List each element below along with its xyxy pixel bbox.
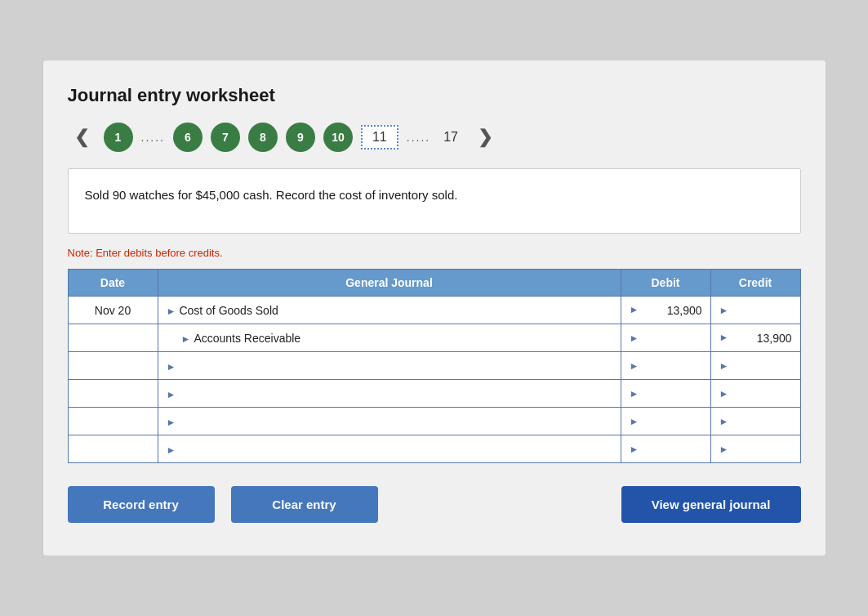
buttons-row: Record entry Clear entry View general jo… <box>68 486 801 523</box>
nav-plain-number[interactable]: 17 <box>438 128 463 146</box>
prev-arrow-button[interactable]: ❮ <box>68 123 96 151</box>
cell-credit[interactable]: ► <box>710 380 800 408</box>
nav-active-number[interactable]: 11 <box>361 125 398 150</box>
table-row[interactable]: ►►► <box>68 380 800 408</box>
cell-journal[interactable]: ► <box>158 408 621 435</box>
view-journal-button[interactable]: View general journal <box>621 486 801 523</box>
cell-debit[interactable]: ► <box>621 352 710 380</box>
table-row[interactable]: Nov 20►Cost of Goods Sold►13,900► <box>68 297 800 324</box>
worksheet-container: Journal entry worksheet ❮ 1 ..... 6 7 8 … <box>42 60 826 556</box>
cell-date[interactable]: Nov 20 <box>68 297 158 324</box>
record-entry-button[interactable]: Record entry <box>68 486 215 523</box>
cell-debit[interactable]: ► <box>621 324 710 352</box>
nav-circle-7[interactable]: 7 <box>211 123 240 152</box>
cell-date[interactable] <box>68 352 158 380</box>
table-header-row: Date General Journal Debit Credit <box>68 270 800 297</box>
page-title: Journal entry worksheet <box>68 85 801 106</box>
cell-journal[interactable]: ► <box>158 352 621 380</box>
nav-circle-8[interactable]: 8 <box>248 123 278 152</box>
cell-debit[interactable]: ► <box>621 408 710 435</box>
nav-dots-2: ..... <box>407 131 430 144</box>
clear-entry-button[interactable]: Clear entry <box>231 486 378 523</box>
note-text: Note: Enter debits before credits. <box>68 247 801 259</box>
nav-circle-9[interactable]: 9 <box>286 123 315 152</box>
nav-circle-6[interactable]: 6 <box>173 123 203 152</box>
journal-table: Date General Journal Debit Credit Nov 20… <box>68 269 801 463</box>
table-row[interactable]: ►►► <box>68 435 800 463</box>
cell-journal[interactable]: ► <box>158 380 621 408</box>
table-row[interactable]: ►Accounts Receivable►►13,900 <box>68 324 800 352</box>
col-header-date: Date <box>68 270 158 297</box>
nav-dots-1: ..... <box>141 131 165 144</box>
cell-journal[interactable]: ►Accounts Receivable <box>158 324 621 352</box>
cell-credit[interactable]: ► <box>710 435 800 463</box>
next-arrow-button[interactable]: ❯ <box>471 123 499 151</box>
table-row[interactable]: ►►► <box>68 408 800 435</box>
table-row[interactable]: ►►► <box>68 352 800 380</box>
col-header-debit: Debit <box>621 270 710 297</box>
cell-credit[interactable]: ►13,900 <box>710 324 800 352</box>
cell-journal[interactable]: ►Cost of Goods Sold <box>158 297 621 324</box>
cell-date[interactable] <box>68 380 158 408</box>
cell-debit[interactable]: ►13,900 <box>621 297 710 324</box>
cell-date[interactable] <box>68 324 158 352</box>
cell-date[interactable] <box>68 408 158 435</box>
cell-credit[interactable]: ► <box>710 408 800 435</box>
col-header-journal: General Journal <box>158 270 621 297</box>
nav-row: ❮ 1 ..... 6 7 8 9 10 11 ..... 17 ❯ <box>68 123 801 152</box>
description-box: Sold 90 watches for $45,000 cash. Record… <box>68 168 801 234</box>
nav-circle-1[interactable]: 1 <box>104 123 133 152</box>
cell-credit[interactable]: ► <box>710 352 800 380</box>
nav-circle-10[interactable]: 10 <box>323 123 353 152</box>
cell-debit[interactable]: ► <box>621 380 710 408</box>
cell-credit[interactable]: ► <box>710 297 800 324</box>
cell-date[interactable] <box>68 435 158 463</box>
cell-journal[interactable]: ► <box>158 435 621 463</box>
cell-debit[interactable]: ► <box>621 435 710 463</box>
col-header-credit: Credit <box>710 270 800 297</box>
